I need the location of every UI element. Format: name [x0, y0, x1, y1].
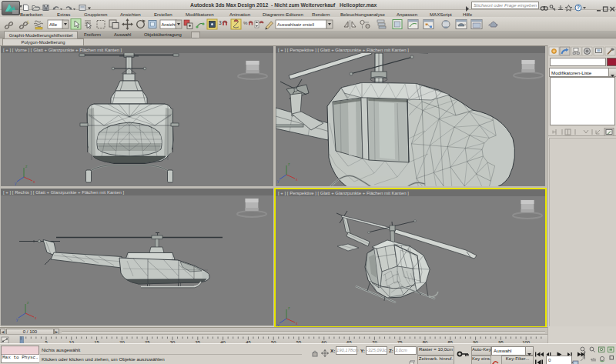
- svg-text:3: 3: [219, 20, 222, 25]
- svg-text:x: x: [296, 321, 298, 326]
- svg-text:[ + ] [ Rechts ] [ Glatt + Gla: [ + ] [ Rechts ] [ Glatt + Glanzpunkte +…: [3, 190, 125, 195]
- svg-text:x: x: [296, 177, 298, 182]
- svg-text:[ + ] [ Perspektive ] [ Glatt: [ + ] [ Perspektive ] [ Glatt + Glanzpun…: [278, 191, 409, 195]
- svg-text:x: x: [33, 179, 35, 184]
- svg-text:Auswahlsatz erstell: Auswahlsatz erstell: [277, 22, 314, 27]
- svg-text:Ansicht: Ansicht: [162, 22, 176, 27]
- svg-text:z: z: [288, 162, 290, 166]
- svg-text:x: x: [35, 316, 37, 320]
- svg-text:y: y: [277, 179, 280, 183]
- svg-text:z: z: [25, 164, 28, 169]
- svg-text:y: y: [277, 322, 280, 326]
- svg-text:Alle: Alle: [49, 22, 58, 27]
- svg-text:[ + ] [ Vorne ] [ Glatt + Glan: [ + ] [ Vorne ] [ Glatt + Glanzpunkte + …: [3, 48, 122, 52]
- svg-text:[ + ] [ Perspektive ] [ Glatt: [ + ] [ Perspektive ] [ Glatt + Glanzpun…: [278, 48, 409, 52]
- svg-text:?: ?: [577, 5, 580, 10]
- svg-text:z: z: [288, 306, 290, 310]
- svg-text:y: y: [15, 181, 17, 185]
- svg-text:%: %: [243, 21, 248, 25]
- svg-text:y: y: [16, 317, 18, 322]
- svg-text:z: z: [27, 300, 29, 305]
